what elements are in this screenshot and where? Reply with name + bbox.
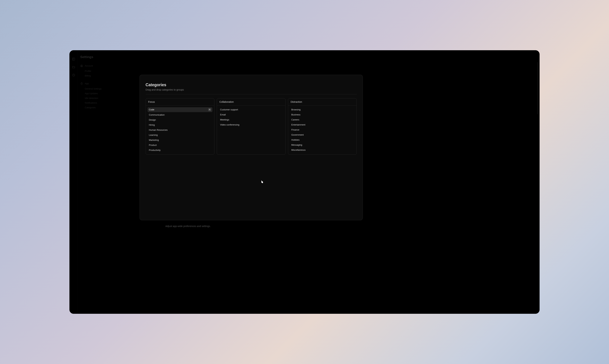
category-item[interactable]: Learning✕: [148, 133, 213, 137]
category-item[interactable]: Human Resources✕: [148, 128, 213, 132]
category-item[interactable]: Entertainment✕: [290, 122, 355, 127]
category-item[interactable]: Marketing✕: [148, 138, 213, 142]
categories-modal: Categories Drag and drop categories to g…: [140, 75, 363, 220]
category-item[interactable]: Careers✕: [290, 117, 355, 122]
category-item[interactable]: Hobbies✕: [290, 138, 355, 142]
category-label: Browsing: [291, 108, 300, 111]
category-item[interactable]: Video conferencing✕: [219, 122, 284, 127]
category-label: Entertainment: [291, 123, 305, 126]
category-label: Government: [291, 133, 304, 136]
app-window: Settings Account Profile Billing App Gen…: [69, 50, 540, 314]
category-item[interactable]: Communication✕: [148, 113, 213, 117]
category-label: Productivity: [149, 149, 161, 151]
modal-title: Categories: [146, 83, 357, 87]
group-header: Collaboration: [217, 98, 285, 105]
category-label: Messaging: [291, 143, 302, 146]
category-item[interactable]: Miscellaneous✕: [290, 148, 355, 152]
category-item[interactable]: Hiring✕: [148, 123, 213, 127]
category-item[interactable]: Messaging✕: [290, 143, 355, 147]
category-label: Business: [291, 113, 300, 116]
category-label: Code: [149, 108, 154, 111]
modal-subtitle: Drag and drop categories to groups: [146, 88, 357, 91]
group-focus: Focus Code ✕ Communication✕ Design✕ Hiri…: [146, 98, 214, 155]
background-helper-text: Adjust app-wide preferences and settings…: [165, 225, 211, 228]
category-item[interactable]: Design✕: [148, 117, 213, 122]
category-item[interactable]: Customer support✕: [219, 107, 284, 112]
remove-icon[interactable]: ✕: [208, 108, 211, 111]
category-label: Email: [220, 113, 226, 116]
group-distraction: Distraction Browsing✕ Business✕ Careers✕…: [288, 98, 357, 155]
category-label: Careers: [291, 118, 299, 121]
category-label: Customer support: [220, 108, 238, 111]
category-label: Communication: [149, 114, 165, 116]
category-groups: Focus Code ✕ Communication✕ Design✕ Hiri…: [146, 98, 357, 155]
category-item[interactable]: Government✕: [290, 132, 355, 137]
category-label: Meetings: [220, 118, 229, 121]
category-item[interactable]: Browsing✕: [290, 107, 355, 112]
group-header: Distraction: [288, 98, 356, 105]
category-label: Learning: [149, 134, 158, 136]
category-label: Finance: [291, 129, 299, 131]
group-header: Focus: [146, 98, 214, 105]
category-item[interactable]: Productivity✕: [148, 148, 213, 153]
category-item[interactable]: Meetings✕: [219, 117, 284, 122]
category-label: Hobbies: [291, 139, 300, 141]
category-label: Hiring: [149, 124, 155, 126]
category-label: Marketing: [149, 139, 159, 141]
category-item[interactable]: Product✕: [148, 143, 213, 147]
category-label: Product: [149, 144, 157, 146]
divider: [146, 94, 357, 94]
category-item[interactable]: Email✕: [219, 112, 284, 117]
category-item[interactable]: Code ✕: [148, 107, 213, 112]
category-item[interactable]: Finance✕: [290, 127, 355, 132]
group-body[interactable]: Code ✕ Communication✕ Design✕ Hiring✕ Hu…: [146, 105, 214, 155]
group-body[interactable]: Browsing✕ Business✕ Careers✕ Entertainme…: [288, 105, 356, 154]
category-label: Miscellaneous: [291, 149, 306, 151]
group-body[interactable]: Customer support✕ Email✕ Meetings✕ Video…: [217, 105, 285, 129]
category-label: Design: [149, 118, 156, 121]
group-collaboration: Collaboration Customer support✕ Email✕ M…: [217, 98, 285, 155]
category-label: Human Resources: [149, 129, 168, 131]
category-item[interactable]: Business✕: [290, 112, 355, 117]
category-label: Video conferencing: [220, 123, 239, 126]
